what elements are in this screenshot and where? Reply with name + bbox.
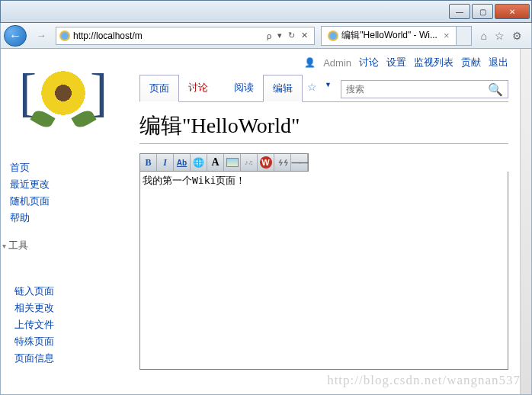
tab-talk[interactable]: 讨论 [179, 75, 217, 101]
url-input[interactable] [73, 31, 264, 41]
edit-toolbar: B I Ab 🌐 A ♪♫ ϟϟ —— [139, 153, 309, 172]
tool-links[interactable]: 链入页面 [10, 283, 121, 300]
page-title: 编辑"HelloWorld" [139, 102, 508, 144]
more-dropdown-icon[interactable]: ▼ [322, 75, 335, 101]
new-tab-button[interactable] [457, 26, 472, 46]
tools-header[interactable]: 工具 [2, 239, 121, 252]
gear-icon[interactable]: ⚙ [512, 30, 522, 42]
window-titlebar: — ▢ ✕ [0, 0, 532, 23]
search-icon[interactable]: 🔍 [483, 82, 508, 97]
back-button[interactable]: ← [4, 25, 27, 47]
user-contrib[interactable]: 贡献 [461, 56, 481, 69]
nowiki-button[interactable] [258, 154, 274, 171]
user-icon: 👤 [304, 57, 316, 68]
tool-upload[interactable]: 上传文件 [10, 316, 121, 333]
ie-icon [328, 31, 338, 41]
italic-button[interactable]: I [157, 154, 174, 171]
minimize-button[interactable]: — [449, 4, 470, 19]
watch-star-icon[interactable]: ☆ [303, 75, 322, 101]
bold-button[interactable]: B [140, 154, 157, 171]
maximize-button[interactable]: ▢ [472, 4, 493, 19]
stop-icon[interactable]: ✕ [298, 31, 311, 40]
page-content: [] 首页 最近更改 随机页面 帮助 工具 链入页面 相关更改 上传文件 特殊页… [0, 49, 532, 395]
user-prefs[interactable]: 设置 [386, 56, 406, 69]
close-button[interactable]: ✕ [495, 4, 530, 19]
signature-button[interactable]: ϟϟ [274, 154, 291, 171]
user-watchlist[interactable]: 监视列表 [414, 56, 453, 69]
hr-button[interactable]: —— [291, 154, 308, 171]
tool-related[interactable]: 相关更改 [10, 300, 121, 316]
search-input[interactable] [341, 84, 483, 95]
user-talk[interactable]: 讨论 [359, 56, 379, 69]
internal-link-button[interactable]: Ab [174, 154, 191, 171]
tools-list: 链入页面 相关更改 上传文件 特殊页面 页面信息 [10, 283, 121, 367]
user-bar: 👤 Admin 讨论 设置 监视列表 贡献 退出 [139, 49, 508, 76]
user-logout[interactable]: 退出 [489, 56, 508, 69]
forward-button: → [30, 25, 53, 47]
tab-edit[interactable]: 编辑 [263, 75, 303, 102]
browser-tabs: 编辑"HelloWorld" - Wi... × [321, 26, 471, 46]
tool-special[interactable]: 特殊页面 [10, 333, 121, 350]
media-button[interactable]: ♪♫ [241, 154, 258, 171]
dropdown-icon[interactable]: ▾ [274, 31, 285, 40]
home-icon[interactable]: ⌂ [481, 30, 487, 42]
main-area: 👤 Admin 讨论 设置 监视列表 贡献 退出 页面 讨论 阅读 编辑 ☆ ▼… [130, 49, 521, 394]
tab-page[interactable]: 页面 [139, 75, 179, 102]
nav-random[interactable]: 随机页面 [10, 193, 121, 210]
browser-tab[interactable]: 编辑"HelloWorld" - Wi... × [321, 26, 456, 46]
external-link-button[interactable]: 🌐 [191, 154, 207, 171]
nav-help[interactable]: 帮助 [10, 210, 121, 226]
tool-info[interactable]: 页面信息 [10, 350, 121, 367]
address-bar[interactable]: ρ ▾ ↻ ✕ [56, 27, 315, 45]
heading-button[interactable]: A [207, 154, 224, 171]
tab-title: 编辑"HelloWorld" - Wi... [341, 29, 437, 42]
nav-main[interactable]: 首页 [10, 159, 121, 176]
search-icon[interactable]: ρ [264, 31, 274, 40]
refresh-icon[interactable]: ↻ [285, 31, 298, 40]
user-link[interactable]: Admin [323, 57, 351, 69]
image-button[interactable] [224, 154, 241, 171]
wiki-logo[interactable]: [] [10, 56, 117, 129]
tab-close-icon[interactable]: × [444, 30, 450, 41]
search-box[interactable]: 🔍 [341, 80, 508, 98]
nav-recent[interactable]: 最近更改 [10, 176, 121, 193]
favorites-icon[interactable]: ☆ [495, 30, 505, 42]
ie-icon [59, 31, 70, 41]
nav-list: 首页 最近更改 随机页面 帮助 [10, 159, 121, 226]
browser-navbar: ← → ρ ▾ ↻ ✕ 编辑"HelloWorld" - Wi... × ⌂ ☆… [0, 23, 532, 49]
sidebar: [] 首页 最近更改 随机页面 帮助 工具 链入页面 相关更改 上传文件 特殊页… [1, 49, 130, 394]
tab-read[interactable]: 阅读 [225, 75, 263, 101]
page-tabs: 页面 讨论 阅读 编辑 ☆ ▼ 🔍 [139, 76, 508, 102]
edit-textarea[interactable] [139, 172, 508, 370]
